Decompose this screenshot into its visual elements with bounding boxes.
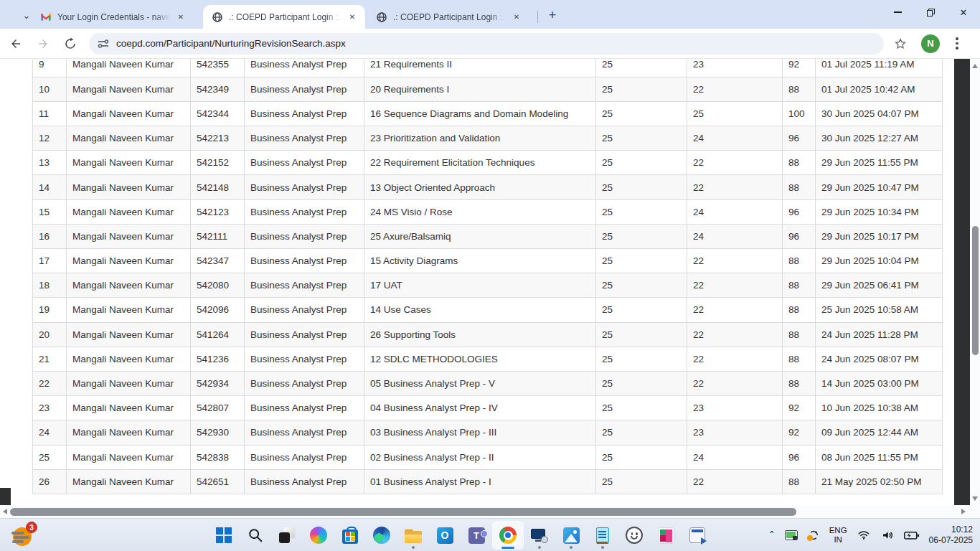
scroll-up-arrow[interactable] — [972, 64, 978, 68]
cell-row-number: 25 — [33, 445, 67, 469]
close-icon[interactable]: ✕ — [511, 11, 522, 23]
wifi-icon[interactable] — [857, 529, 871, 542]
cell-percentage: 88 — [783, 371, 816, 395]
browser-menu-icon[interactable] — [948, 35, 966, 52]
teams-button[interactable]: T — [461, 521, 492, 550]
cell-id: 542347 — [191, 249, 245, 273]
clock[interactable]: 10:12 06-07-2025 — [929, 524, 973, 546]
results-table-body: 9 Mangali Naveen Kumar 542355 Business A… — [33, 59, 943, 494]
cell-total: 25 — [596, 396, 687, 420]
store-button[interactable] — [334, 521, 366, 550]
search-button[interactable] — [240, 521, 271, 550]
notepad-button[interactable] — [587, 521, 618, 550]
copilot-button[interactable] — [303, 521, 334, 550]
cell-topic: 16 Sequence Diagrams and Domain Modeling — [364, 101, 596, 126]
cell-course: Business Analyst Prep — [245, 175, 364, 199]
scroll-left-arrow[interactable] — [3, 509, 7, 514]
profile-avatar[interactable]: N — [921, 34, 940, 53]
cell-course: Business Analyst Prep — [245, 273, 364, 298]
cell-percentage: 88 — [783, 322, 816, 347]
tab-title: .: COEPD Participant Login :. — [393, 12, 507, 22]
cell-score: 24 — [687, 126, 783, 151]
close-icon[interactable]: ✕ — [347, 11, 358, 23]
language-indicator[interactable]: ENG IN — [829, 526, 847, 545]
new-tab-button[interactable]: + — [543, 6, 562, 24]
cell-topic: 03 Business Analyst Prep - III — [364, 420, 596, 445]
vertical-scrollbar-thumb[interactable] — [972, 226, 979, 355]
cell-score: 22 — [687, 322, 783, 347]
maximize-button[interactable] — [914, 0, 947, 24]
system-app-button[interactable] — [524, 521, 555, 550]
cell-topic: 20 Requirements I — [364, 77, 596, 101]
chrome-button[interactable] — [492, 521, 524, 550]
horizontal-scrollbar-thumb[interactable] — [10, 508, 796, 516]
table-row: 25 Mangali Naveen Kumar 542838 Business … — [33, 445, 943, 469]
cell-course: Business Analyst Prep — [245, 396, 364, 420]
tab-coepd-2[interactable]: .: COEPD Participant Login :. ✕ — [367, 5, 532, 29]
cell-total: 25 — [596, 273, 687, 298]
site-info-icon[interactable] — [98, 38, 109, 50]
outlook-button[interactable]: O — [429, 521, 461, 550]
cell-id: 542355 — [191, 59, 245, 77]
cell-topic: 22 Requirement Elicitation Techniques — [364, 151, 596, 175]
cell-participant-name: Mangali Naveen Kumar — [67, 101, 191, 126]
cell-course: Business Analyst Prep — [245, 101, 364, 126]
cell-total: 25 — [596, 371, 687, 395]
volume-icon[interactable] — [880, 529, 895, 542]
cell-score: 22 — [687, 151, 783, 175]
cell-datetime: 30 Jun 2025 12:27 AM — [816, 126, 943, 151]
sync-icon[interactable] — [807, 529, 820, 542]
cell-datetime: 01 Jul 2025 11:19 AM — [816, 59, 943, 77]
minimize-button[interactable] — [881, 0, 914, 24]
cell-id: 542838 — [191, 445, 245, 469]
forward-button[interactable] — [32, 32, 55, 55]
tab-coepd-active[interactable]: .: COEPD Participant Login :. ✕ — [203, 5, 365, 29]
tiles-icon — [658, 527, 674, 544]
sync-status-dot — [807, 535, 813, 541]
battery-icon[interactable] — [904, 529, 920, 542]
scroll-right-arrow[interactable] — [961, 509, 966, 514]
weather-widget[interactable]: 3 — [11, 523, 37, 549]
tab-title: Your Login Credentials - naveen — [57, 12, 171, 22]
cell-id: 542349 — [191, 77, 245, 101]
table-row: 15 Mangali Naveen Kumar 542123 Business … — [33, 199, 943, 224]
cell-score: 22 — [687, 371, 783, 395]
close-window-button[interactable]: ✕ — [947, 0, 980, 24]
table-row: 10 Mangali Naveen Kumar 542349 Business … — [33, 77, 943, 101]
cell-total: 25 — [596, 322, 687, 347]
horizontal-scrollbar[interactable] — [0, 505, 970, 518]
secure-screen-icon[interactable] — [785, 530, 798, 540]
cell-participant-name: Mangali Naveen Kumar — [67, 59, 191, 77]
cell-id: 542651 — [191, 469, 245, 494]
cell-percentage: 88 — [783, 347, 816, 371]
back-button[interactable] — [4, 32, 27, 55]
close-icon[interactable]: ✕ — [175, 11, 187, 23]
office-app-button[interactable] — [650, 521, 682, 550]
file-explorer-button[interactable] — [397, 521, 429, 550]
task-view-button[interactable] — [271, 521, 303, 550]
smiley-icon — [626, 527, 643, 544]
scroll-down-arrow[interactable] — [972, 496, 978, 501]
start-button[interactable] — [208, 521, 240, 550]
cell-topic: 04 Business Analyst Prep - IV — [364, 396, 596, 420]
table-row: 26 Mangali Naveen Kumar 542651 Business … — [33, 469, 943, 494]
edge-button[interactable] — [366, 521, 397, 550]
notification-badge: 3 — [26, 522, 37, 533]
cell-percentage: 92 — [783, 59, 816, 77]
url-text[interactable]: coepd.com/Participant/NurturingRevisionS… — [116, 38, 346, 49]
cell-percentage: 88 — [783, 469, 816, 494]
address-bar[interactable]: coepd.com/Participant/NurturingRevisionS… — [89, 33, 884, 55]
tab-gmail[interactable]: Your Login Credentials - naveen ✕ — [32, 5, 195, 29]
photos-button[interactable] — [555, 521, 587, 550]
feedback-button[interactable] — [618, 521, 650, 550]
vertical-scrollbar[interactable] — [970, 59, 980, 505]
bookmark-star-icon[interactable] — [890, 33, 911, 55]
reload-button[interactable] — [59, 32, 82, 55]
tray-chevron-up-icon[interactable]: ⌃ — [768, 529, 776, 540]
cell-topic: 01 Business Analyst Prep - I — [364, 469, 596, 494]
cell-participant-name: Mangali Naveen Kumar — [67, 249, 191, 273]
app-window-button[interactable] — [682, 521, 713, 550]
cell-id: 542344 — [191, 101, 245, 126]
notepad-icon — [596, 527, 609, 544]
folder-icon — [405, 529, 422, 543]
